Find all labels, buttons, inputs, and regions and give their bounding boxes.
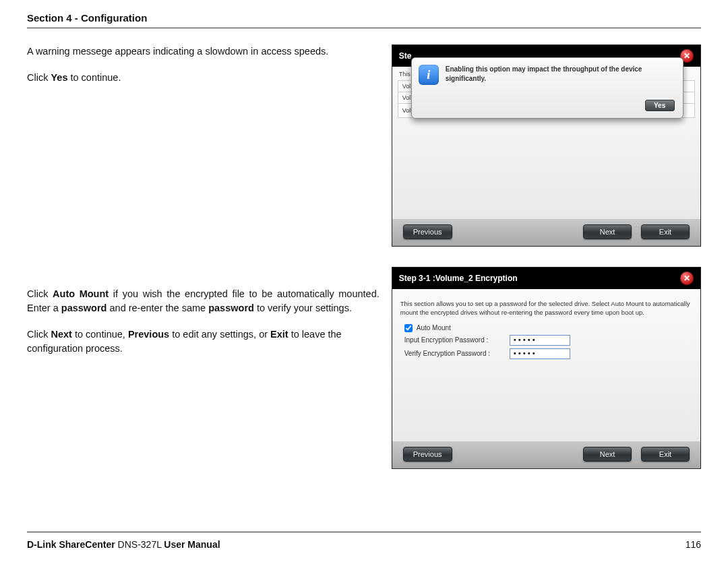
password-bold: password	[208, 303, 254, 313]
panel-header: Step 3-1 :Volume_2 Encryption ✕	[392, 268, 700, 289]
info-icon: i	[419, 65, 439, 85]
previous-button[interactable]: Previous	[403, 447, 452, 462]
panel-title: Step 3-1 :Volume_2 Encryption	[399, 274, 518, 283]
text: to continue.	[67, 72, 121, 83]
verify-password-field[interactable]	[510, 348, 570, 359]
automount-checkbox[interactable]	[404, 324, 413, 332]
text: and re-enter the same	[107, 303, 208, 313]
dialog-text: Enabling this option may impact the thro…	[446, 65, 675, 83]
next-bold: Next	[51, 329, 71, 340]
brand-bold: D-Link ShareCenter	[27, 539, 115, 550]
footer-product: D-Link ShareCenter DNS-327L User Manual	[27, 539, 220, 550]
yes-button[interactable]: Yes	[645, 100, 675, 111]
panel-footer: Previous Next Exit	[392, 441, 700, 468]
page-number: 116	[686, 539, 701, 550]
exit-bold: Exit	[270, 329, 289, 340]
exit-button[interactable]: Exit	[641, 447, 690, 462]
automount-label: Auto Mount	[417, 324, 451, 332]
model-text: DNS-327L	[115, 539, 164, 550]
panel-footer: Previous Next Exit	[392, 219, 700, 246]
nav-paragraph: Click Next to continue, Previous to edit…	[27, 327, 380, 356]
next-button[interactable]: Next	[583, 224, 632, 239]
right-column: Ste ✕ This s Vol Vol Volume_2Standard295…	[392, 44, 701, 469]
left-column: A warning messege appears indicating a s…	[27, 44, 380, 469]
warning-dialog: i Enabling this option may impact the th…	[411, 57, 684, 119]
panel-body: This section allows you to set up a pass…	[392, 289, 700, 424]
automount-paragraph: Click Auto Mount if you wish the encrypt…	[27, 287, 380, 315]
text: to continue,	[72, 329, 128, 340]
input-password-field[interactable]	[510, 335, 570, 346]
text: Click	[27, 72, 51, 83]
previous-bold: Previous	[128, 329, 169, 340]
exit-button[interactable]: Exit	[641, 224, 690, 239]
input-password-row: Input Encryption Password :	[404, 335, 694, 346]
next-button[interactable]: Next	[583, 447, 632, 462]
section-header: Section 4 - Configuration	[27, 12, 701, 28]
page-footer: D-Link ShareCenter DNS-327L User Manual …	[27, 532, 701, 550]
input-password-label: Input Encryption Password :	[404, 336, 506, 344]
automount-bold: Auto Mount	[53, 288, 109, 299]
text: to verify your settings.	[254, 303, 352, 313]
warning-paragraph: A warning messege appears indicating a s…	[27, 44, 380, 59]
wizard-panel-warning: Ste ✕ This s Vol Vol Volume_2Standard295…	[392, 44, 701, 247]
wizard-panel-encryption: Step 3-1 :Volume_2 Encryption ✕ This sec…	[392, 267, 701, 469]
verify-password-row: Verify Encryption Password :	[404, 348, 694, 359]
previous-button[interactable]: Previous	[403, 224, 452, 239]
verify-password-label: Verify Encryption Password :	[404, 350, 506, 357]
manual-bold: User Manual	[164, 539, 220, 550]
text: Click	[27, 329, 51, 340]
automount-row: Auto Mount	[404, 324, 694, 332]
text: Click	[27, 288, 53, 299]
password-bold: password	[61, 303, 107, 313]
text: to edit any settings, or	[169, 329, 270, 340]
yes-bold: Yes	[51, 72, 67, 83]
click-yes-paragraph: Click Yes to continue.	[27, 71, 380, 85]
panel-title: Ste	[399, 51, 412, 61]
close-icon[interactable]: ✕	[680, 272, 694, 285]
encryption-desc: This section allows you to set up a pass…	[400, 300, 692, 317]
